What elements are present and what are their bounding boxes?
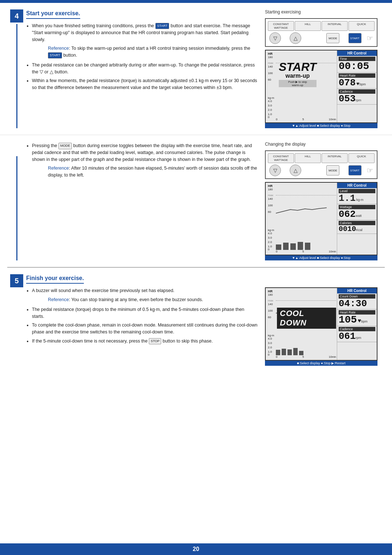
start-btn-1[interactable]: START bbox=[348, 33, 362, 43]
y-100: 100 bbox=[268, 72, 273, 75]
up-arrow-btn-1[interactable]: △ bbox=[290, 32, 301, 44]
hr-control-badge-3: HR Control bbox=[337, 288, 377, 293]
svg-rect-8 bbox=[293, 348, 298, 355]
device-arrow-row-1: ▽ △ MODE START ☞ bbox=[266, 32, 377, 46]
graph-area-1: 180 max 140 100 60 STAR bbox=[268, 56, 336, 96]
hr-value-row-3: 105 ♥ bpm bbox=[339, 315, 375, 325]
svg-rect-3 bbox=[298, 242, 303, 250]
calories-value-row-2: 0010 Kcal bbox=[339, 226, 375, 233]
cooldown-overlay: COOL DOWN bbox=[277, 308, 336, 329]
lcd-bottom-bar-3: ■:Select display ●:Stop ▶:Restart bbox=[265, 361, 377, 366]
bullet-list-4b: The pedal resistance can be changed arbi… bbox=[32, 62, 258, 91]
level-block-2: Level 1.1 kg·m bbox=[337, 188, 377, 204]
lcd-header-row-3: HR bbox=[268, 289, 336, 293]
y-60: 60 bbox=[268, 78, 271, 81]
x3-0: 0 bbox=[276, 355, 277, 358]
display-col-4: Starting exercising CONSTANTWATTAGE HILL… bbox=[265, 9, 381, 128]
level-value-2: 1.1 bbox=[339, 194, 356, 203]
kgm-label-2: kg·m bbox=[268, 228, 274, 232]
kgm-graph-1: 4.0 3.0 2.0 1.0 0 bbox=[268, 100, 336, 118]
heart-icon-1: ♥ bbox=[356, 81, 359, 86]
kgm2-2: 2.0 bbox=[268, 240, 272, 244]
lcd-graph-area-2: HR 180 max 140 100 60 bbox=[266, 183, 337, 255]
up-arrow-btn-2[interactable]: △ bbox=[290, 165, 301, 176]
bullet-list-5b: The pedal resistance (torque) drops to t… bbox=[32, 306, 258, 345]
hr-unit-3: bpm bbox=[361, 320, 368, 323]
level-value-row-2: 1.1 kg·m bbox=[339, 194, 375, 203]
y3-60: 60 bbox=[268, 316, 271, 319]
graph-area-3: 180 max 140 100 60 CO bbox=[268, 293, 336, 333]
step-number-col-4: 4 bbox=[7, 9, 26, 128]
kgm3-3: 3.0 bbox=[268, 341, 272, 345]
y3-max: max bbox=[268, 299, 273, 302]
hr-control-badge-2: HR Control bbox=[337, 183, 377, 188]
hr-label-2: HR bbox=[268, 184, 273, 188]
y3-180: 180 bbox=[268, 293, 273, 296]
svg-rect-1 bbox=[283, 243, 289, 250]
start-btn-2[interactable]: START bbox=[348, 165, 362, 175]
step-line-4b bbox=[16, 156, 17, 260]
lcd-screen-2: HR 180 max 140 100 60 bbox=[265, 182, 377, 255]
dev-btn-hill[interactable]: HILL bbox=[295, 21, 321, 31]
cadence-block-1: Cadence 053 rpm bbox=[337, 89, 377, 105]
wattage-value-row-2: 062 watt bbox=[339, 210, 375, 219]
lcd-bottom-bar-1: ▼▲:Adjust level ■:Select display ●:Stop bbox=[265, 123, 377, 128]
mode-btn-1[interactable]: MODE bbox=[326, 33, 339, 43]
dev-btn-quick[interactable]: QUICK bbox=[348, 21, 375, 31]
mode-btn-2[interactable]: MODE bbox=[326, 165, 339, 175]
x-10: 10min bbox=[329, 118, 336, 121]
calories-unit-2: Kcal bbox=[356, 228, 363, 232]
display-col-5: HR 180 max 140 100 60 bbox=[265, 274, 381, 366]
step-number-col-5: 5 bbox=[7, 274, 26, 366]
step-spacer-4b bbox=[10, 142, 23, 155]
time-block-1: Time 00:05 bbox=[337, 56, 377, 73]
lcd-wrapper-3: HR 180 max 140 100 60 bbox=[265, 287, 381, 366]
hr-block-3: Heart Rate 105 ♥ bpm bbox=[337, 309, 377, 326]
display-col-4b: Changing the display CONSTANTWATTAGE HIL… bbox=[265, 142, 381, 260]
dev-btn-interval[interactable]: INTERVAL bbox=[322, 21, 348, 31]
list-item-4-3: Within a few moments, the pedal resistan… bbox=[32, 77, 258, 91]
dev-btn-constant-2[interactable]: CONSTANTWATTAGE bbox=[268, 153, 294, 163]
section-5: 5 Finish your exercise. A buzzer will so… bbox=[0, 268, 392, 384]
dev-btn-interval-2[interactable]: INTERVAL bbox=[322, 153, 348, 163]
cadence-value-3: 061 bbox=[339, 332, 356, 341]
hr-control-badge-1: HR Control bbox=[337, 50, 377, 56]
bullet-list-5: A buzzer will sound when the exercise ti… bbox=[32, 287, 258, 294]
kgm3-4: 4.0 bbox=[268, 337, 272, 340]
section-4b: Pressing the MODE button during exercise… bbox=[0, 135, 392, 267]
dev-btn-hill-2[interactable]: HILL bbox=[295, 153, 321, 163]
device-top-buttons-1: CONSTANTWATTAGE HILL INTERVAL QUICK bbox=[266, 19, 377, 32]
x-axis-labels-3: 0 5 10min bbox=[268, 355, 336, 358]
lcd-right-panel-3: HR Control Count Down 04:30 Heart Rate 1… bbox=[337, 288, 377, 360]
x3-10: 10min bbox=[329, 355, 336, 358]
list-item-4b-1: Pressing the MODE button during exercise… bbox=[32, 142, 258, 163]
lcd-graph-area-3: HR 180 max 140 100 60 bbox=[266, 288, 337, 360]
graph-area-2: 180 max 140 100 60 bbox=[268, 188, 336, 228]
dev-btn-quick-2[interactable]: QUICK bbox=[348, 153, 375, 163]
y2-60: 60 bbox=[268, 210, 271, 214]
bullet-list-4: When you have finished setting training … bbox=[32, 23, 258, 43]
hr-block-1: Heart Rate 078 ♥ bpm bbox=[337, 73, 377, 89]
down-arrow-btn-1[interactable]: ▽ bbox=[269, 32, 281, 44]
push-skip-text: Push ▶ to skipwarm-up bbox=[279, 80, 317, 87]
heart-icon-3: ♥ bbox=[358, 317, 361, 324]
down-arrow-btn-2[interactable]: ▽ bbox=[269, 165, 281, 176]
lcd-bottom-bar-2: ▼▲:Adjust level ■:Select display ●:Stop bbox=[265, 255, 377, 260]
kgm-3: 3.0 bbox=[268, 104, 272, 107]
y-140: 140 bbox=[268, 65, 273, 68]
kgm-bars-svg-3 bbox=[276, 344, 330, 355]
ref-4b-1: Reference: After 10 minutes of the sessi… bbox=[48, 165, 258, 179]
y3-100: 100 bbox=[268, 309, 273, 312]
countdown-block-3: Count Down 04:30 bbox=[337, 293, 377, 309]
dev-btn-constant[interactable]: CONSTANTWATTAGE bbox=[268, 21, 294, 31]
x2-10: 10min bbox=[329, 250, 336, 253]
hr-value-3: 105 bbox=[339, 315, 357, 325]
cadence-value-row-3: 061 rpm bbox=[339, 332, 375, 341]
lcd-header-row-1: HR bbox=[268, 52, 336, 56]
kgm-label-3: kg·m bbox=[268, 334, 274, 337]
svg-rect-9 bbox=[299, 351, 303, 355]
device-top-buttons-2: CONSTANTWATTAGE HILL INTERVAL QUICK bbox=[266, 151, 377, 164]
display-label-changing: Changing the display bbox=[265, 142, 381, 147]
kgm-bars-svg-2 bbox=[276, 232, 330, 250]
list-item-4-2: The pedal resistance can be changed arbi… bbox=[32, 62, 258, 76]
